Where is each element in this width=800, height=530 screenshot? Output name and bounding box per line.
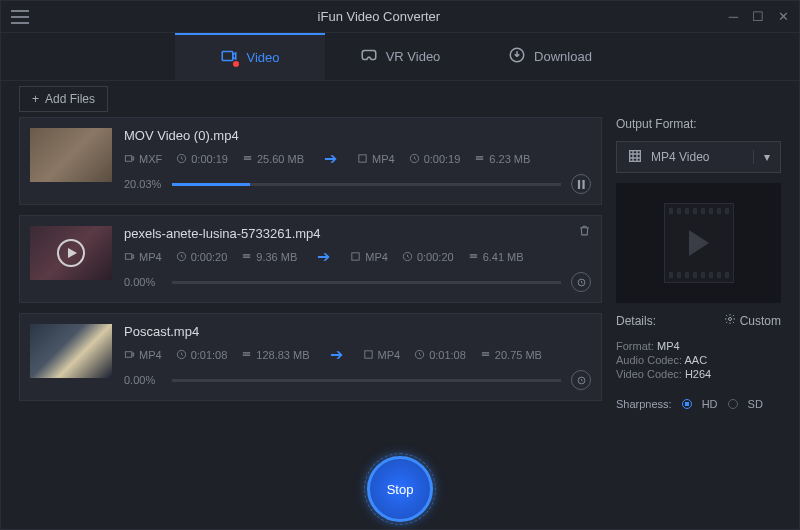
pending-icon[interactable] (571, 272, 591, 292)
radio-hd[interactable] (682, 399, 692, 409)
sd-label: SD (748, 398, 763, 410)
item-title: Poscast.mp4 (124, 324, 591, 339)
src-duration: 0:00:19 (176, 153, 228, 165)
item-title: pexels-anete-lusina-5733261.mp4 (124, 226, 591, 241)
svg-rect-27 (482, 352, 489, 353)
src-duration: 0:00:20 (176, 251, 228, 263)
custom-label: Custom (740, 314, 781, 328)
tab-vr-label: VR Video (386, 49, 441, 64)
add-files-button[interactable]: + Add Files (19, 86, 108, 112)
list-item[interactable]: MOV Video (0).mp4 MXF 0:00:19 25.60 MB ➔… (19, 117, 602, 205)
tab-vr-video[interactable]: VR Video (325, 33, 475, 80)
custom-button[interactable]: Custom (724, 313, 781, 328)
pause-button[interactable] (571, 174, 591, 194)
svg-rect-16 (352, 253, 359, 260)
dst-format: MP4 (363, 349, 401, 361)
radio-sd[interactable] (728, 399, 738, 409)
video-icon (220, 47, 238, 68)
arrow-icon: ➔ (330, 345, 343, 364)
detail-video-codec: Video Codec: H264 (616, 368, 781, 380)
arrow-icon: ➔ (317, 247, 330, 266)
maximize-button[interactable]: ☐ (752, 9, 764, 24)
svg-rect-0 (223, 52, 234, 61)
menu-icon[interactable] (11, 10, 29, 24)
progress-percent: 0.00% (124, 374, 162, 386)
thumbnail (30, 226, 112, 280)
list-item[interactable]: pexels-anete-lusina-5733261.mp4 MP4 0:00… (19, 215, 602, 303)
svg-rect-4 (244, 156, 251, 157)
pending-icon[interactable] (571, 370, 591, 390)
output-format-select[interactable]: MP4 Video ▾ (616, 141, 781, 173)
svg-rect-28 (482, 355, 489, 356)
gear-icon (724, 313, 736, 328)
progress-row: 0.00% (124, 272, 591, 292)
thumbnail (30, 324, 112, 378)
stop-label: Stop (387, 482, 414, 497)
svg-rect-5 (244, 159, 251, 160)
tab-download-label: Download (534, 49, 592, 64)
dst-duration: 0:00:19 (409, 153, 461, 165)
film-icon (627, 148, 643, 167)
plus-icon: + (32, 92, 39, 106)
titlebar: iFun Video Converter ─ ☐ ✕ (1, 1, 799, 33)
preview-area (616, 183, 781, 303)
detail-audio-codec: Audio Codec: AAC (616, 354, 781, 366)
delete-button[interactable] (578, 224, 591, 240)
svg-rect-6 (359, 155, 366, 162)
svg-rect-2 (125, 156, 131, 162)
svg-rect-21 (125, 352, 131, 358)
svg-rect-12 (125, 254, 131, 260)
film-preview-icon (664, 203, 734, 283)
progress-bar (172, 281, 561, 284)
item-title: MOV Video (0).mp4 (124, 128, 591, 143)
dst-format: MP4 (357, 153, 395, 165)
output-format-value: MP4 Video (651, 150, 709, 164)
details-block: Format: MP4 Audio Codec: AAC Video Codec… (616, 338, 781, 380)
minimize-button[interactable]: ─ (729, 9, 738, 24)
close-button[interactable]: ✕ (778, 9, 789, 24)
details-header: Details: Custom (616, 313, 781, 328)
src-format: MP4 (124, 251, 162, 263)
src-size: 128.83 MB (241, 349, 309, 361)
svg-rect-11 (582, 180, 584, 189)
svg-rect-14 (243, 254, 250, 255)
progress-bar (172, 379, 561, 382)
list-item[interactable]: Poscast.mp4 MP4 0:01:08 128.83 MB ➔ MP4 … (19, 313, 602, 401)
item-body: pexels-anete-lusina-5733261.mp4 MP4 0:00… (124, 226, 591, 292)
svg-rect-25 (364, 351, 371, 358)
svg-rect-19 (469, 257, 476, 258)
main-tabs: Video VR Video Download (1, 33, 799, 81)
item-meta-row: MP4 0:01:08 128.83 MB ➔ MP4 0:01:08 20.7… (124, 345, 591, 364)
sharpness-label: Sharpness: (616, 398, 672, 410)
item-body: Poscast.mp4 MP4 0:01:08 128.83 MB ➔ MP4 … (124, 324, 591, 390)
dst-duration: 0:00:20 (402, 251, 454, 263)
src-format: MXF (124, 153, 162, 165)
content-area: MOV Video (0).mp4 MXF 0:00:19 25.60 MB ➔… (1, 117, 799, 449)
app-window: iFun Video Converter ─ ☐ ✕ Video VR Vide… (0, 0, 800, 530)
tab-video[interactable]: Video (175, 33, 325, 80)
progress-percent: 20.03% (124, 178, 162, 190)
hd-label: HD (702, 398, 718, 410)
tab-download[interactable]: Download (475, 33, 625, 80)
item-meta-row: MP4 0:00:20 9.36 MB ➔ MP4 0:00:20 6.41 M… (124, 247, 591, 266)
vr-icon (360, 46, 378, 67)
dst-size: 6.41 MB (468, 251, 524, 263)
sharpness-row: Sharpness: HD SD (616, 398, 781, 410)
svg-rect-18 (469, 254, 476, 255)
file-list: MOV Video (0).mp4 MXF 0:00:19 25.60 MB ➔… (19, 117, 602, 437)
output-format-label: Output Format: (616, 117, 781, 131)
stop-button[interactable]: Stop (367, 456, 433, 522)
svg-rect-30 (630, 150, 641, 161)
progress-row: 0.00% (124, 370, 591, 390)
toolbar: + Add Files (1, 81, 799, 117)
details-label: Details: (616, 314, 656, 328)
progress-fill (172, 183, 250, 186)
svg-rect-10 (577, 180, 579, 189)
svg-rect-9 (476, 159, 483, 160)
tab-video-label: Video (246, 50, 279, 65)
svg-rect-15 (243, 257, 250, 258)
src-format: MP4 (124, 349, 162, 361)
window-title: iFun Video Converter (29, 9, 729, 24)
progress-percent: 0.00% (124, 276, 162, 288)
svg-point-31 (728, 318, 731, 321)
